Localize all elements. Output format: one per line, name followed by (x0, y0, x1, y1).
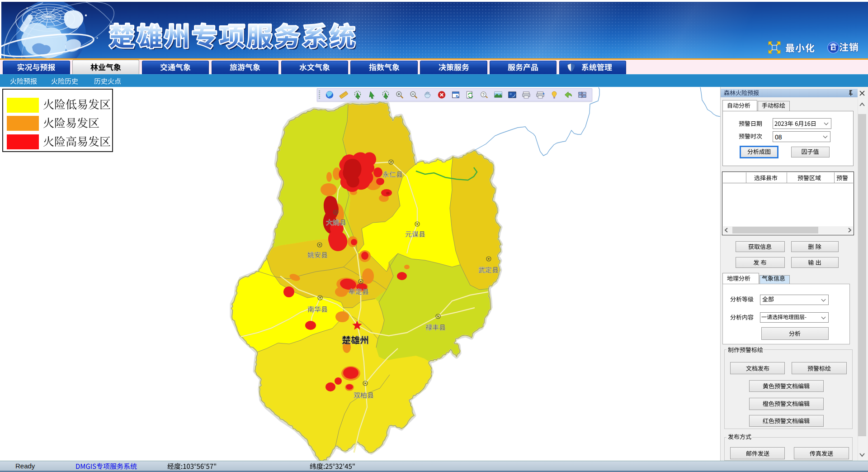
svg-text:?: ? (482, 93, 485, 97)
